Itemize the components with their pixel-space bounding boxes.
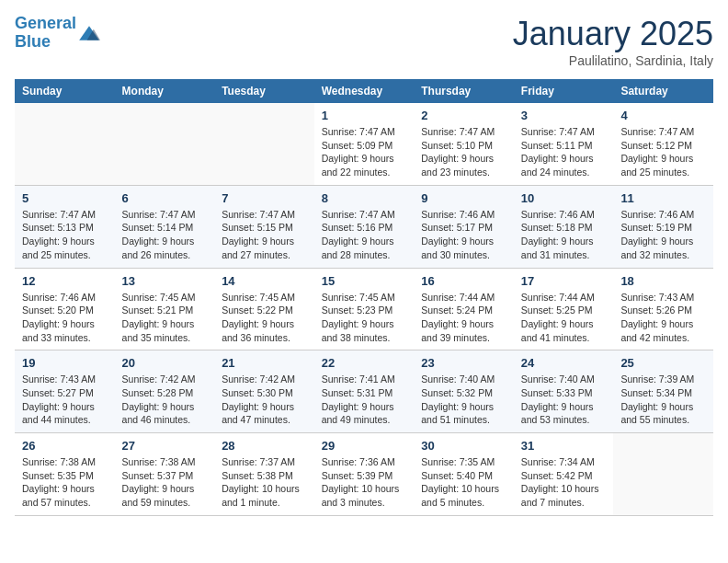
calendar-day-cell: 4Sunrise: 7:47 AM Sunset: 5:12 PM Daylig… xyxy=(613,103,713,185)
calendar-day-cell: 10Sunrise: 7:46 AM Sunset: 5:18 PM Dayli… xyxy=(514,185,614,268)
day-info: Sunrise: 7:41 AM Sunset: 5:31 PM Dayligh… xyxy=(322,373,407,427)
day-number: 6 xyxy=(122,191,208,205)
day-number: 22 xyxy=(322,356,407,370)
calendar-day-cell: 20Sunrise: 7:42 AM Sunset: 5:28 PM Dayli… xyxy=(115,350,215,433)
day-info: Sunrise: 7:44 AM Sunset: 5:25 PM Dayligh… xyxy=(521,291,607,345)
logo-line1: General xyxy=(15,14,76,32)
day-info: Sunrise: 7:37 AM Sunset: 5:38 PM Dayligh… xyxy=(222,455,307,510)
day-number: 5 xyxy=(22,191,108,205)
weekday-header: Sunday xyxy=(15,79,115,103)
weekday-header: Tuesday xyxy=(214,79,314,103)
day-number: 7 xyxy=(222,191,307,205)
day-info: Sunrise: 7:39 AM Sunset: 5:34 PM Dayligh… xyxy=(620,373,706,427)
weekday-header: Thursday xyxy=(414,79,514,103)
calendar-day-cell: 19Sunrise: 7:43 AM Sunset: 5:27 PM Dayli… xyxy=(15,350,115,433)
calendar-day-cell: 24Sunrise: 7:40 AM Sunset: 5:33 PM Dayli… xyxy=(514,350,614,433)
calendar-day-cell xyxy=(115,103,215,185)
calendar-week-row: 5Sunrise: 7:47 AM Sunset: 5:13 PM Daylig… xyxy=(15,185,713,268)
calendar-day-cell: 17Sunrise: 7:44 AM Sunset: 5:25 PM Dayli… xyxy=(514,268,614,350)
day-number: 29 xyxy=(322,439,407,453)
day-info: Sunrise: 7:43 AM Sunset: 5:26 PM Dayligh… xyxy=(620,291,706,345)
logo-line2: Blue xyxy=(15,32,51,51)
day-number: 18 xyxy=(620,274,706,288)
day-info: Sunrise: 7:38 AM Sunset: 5:35 PM Dayligh… xyxy=(22,455,108,510)
calendar-day-cell: 29Sunrise: 7:36 AM Sunset: 5:39 PM Dayli… xyxy=(314,433,415,516)
day-number: 19 xyxy=(22,356,108,370)
day-number: 28 xyxy=(222,439,307,453)
day-info: Sunrise: 7:44 AM Sunset: 5:24 PM Dayligh… xyxy=(421,291,506,345)
calendar-day-cell: 21Sunrise: 7:42 AM Sunset: 5:30 PM Dayli… xyxy=(214,350,314,433)
calendar-day-cell: 2Sunrise: 7:47 AM Sunset: 5:10 PM Daylig… xyxy=(414,103,514,185)
day-number: 17 xyxy=(521,274,607,288)
day-info: Sunrise: 7:47 AM Sunset: 5:09 PM Dayligh… xyxy=(322,125,407,179)
day-number: 14 xyxy=(222,274,307,288)
day-info: Sunrise: 7:47 AM Sunset: 5:12 PM Dayligh… xyxy=(620,125,706,179)
calendar-day-cell: 22Sunrise: 7:41 AM Sunset: 5:31 PM Dayli… xyxy=(314,350,415,433)
day-number: 24 xyxy=(521,356,607,370)
month-title: January 2025 xyxy=(513,15,713,53)
day-number: 12 xyxy=(22,274,108,288)
day-number: 20 xyxy=(122,356,208,370)
day-info: Sunrise: 7:45 AM Sunset: 5:22 PM Dayligh… xyxy=(222,291,307,345)
day-info: Sunrise: 7:47 AM Sunset: 5:11 PM Dayligh… xyxy=(521,125,607,179)
day-number: 16 xyxy=(421,274,506,288)
day-info: Sunrise: 7:34 AM Sunset: 5:42 PM Dayligh… xyxy=(521,455,607,510)
day-info: Sunrise: 7:46 AM Sunset: 5:20 PM Dayligh… xyxy=(22,291,108,345)
calendar-week-row: 19Sunrise: 7:43 AM Sunset: 5:27 PM Dayli… xyxy=(15,350,713,433)
day-info: Sunrise: 7:46 AM Sunset: 5:18 PM Dayligh… xyxy=(521,208,607,262)
calendar-day-cell: 11Sunrise: 7:46 AM Sunset: 5:19 PM Dayli… xyxy=(613,185,713,268)
location-subtitle: Paulilatino, Sardinia, Italy xyxy=(513,53,713,68)
calendar-day-cell: 14Sunrise: 7:45 AM Sunset: 5:22 PM Dayli… xyxy=(214,268,314,350)
day-info: Sunrise: 7:45 AM Sunset: 5:21 PM Dayligh… xyxy=(122,291,208,345)
calendar-week-row: 26Sunrise: 7:38 AM Sunset: 5:35 PM Dayli… xyxy=(15,433,713,516)
calendar-header-row: SundayMondayTuesdayWednesdayThursdayFrid… xyxy=(15,79,713,103)
weekday-header: Monday xyxy=(115,79,215,103)
calendar-day-cell: 1Sunrise: 7:47 AM Sunset: 5:09 PM Daylig… xyxy=(314,103,415,185)
day-number: 2 xyxy=(421,109,506,122)
day-number: 13 xyxy=(122,274,208,288)
day-info: Sunrise: 7:46 AM Sunset: 5:17 PM Dayligh… xyxy=(421,208,506,262)
day-info: Sunrise: 7:45 AM Sunset: 5:23 PM Dayligh… xyxy=(322,291,407,345)
day-number: 8 xyxy=(322,191,407,205)
day-number: 3 xyxy=(521,109,607,122)
weekday-header: Saturday xyxy=(613,79,713,103)
calendar-day-cell: 30Sunrise: 7:35 AM Sunset: 5:40 PM Dayli… xyxy=(414,433,514,516)
day-number: 11 xyxy=(620,191,706,205)
calendar-day-cell: 26Sunrise: 7:38 AM Sunset: 5:35 PM Dayli… xyxy=(15,433,115,516)
day-number: 15 xyxy=(322,274,407,288)
day-info: Sunrise: 7:47 AM Sunset: 5:10 PM Dayligh… xyxy=(421,125,506,179)
calendar-day-cell: 18Sunrise: 7:43 AM Sunset: 5:26 PM Dayli… xyxy=(613,268,713,350)
day-info: Sunrise: 7:42 AM Sunset: 5:28 PM Dayligh… xyxy=(122,373,208,427)
calendar-table: SundayMondayTuesdayWednesdayThursdayFrid… xyxy=(15,79,713,516)
calendar-day-cell: 7Sunrise: 7:47 AM Sunset: 5:15 PM Daylig… xyxy=(214,185,314,268)
day-number: 30 xyxy=(421,439,506,453)
day-info: Sunrise: 7:43 AM Sunset: 5:27 PM Dayligh… xyxy=(22,373,108,427)
calendar-week-row: 12Sunrise: 7:46 AM Sunset: 5:20 PM Dayli… xyxy=(15,268,713,350)
calendar-day-cell: 13Sunrise: 7:45 AM Sunset: 5:21 PM Dayli… xyxy=(115,268,215,350)
day-number: 1 xyxy=(322,109,407,122)
calendar-day-cell: 9Sunrise: 7:46 AM Sunset: 5:17 PM Daylig… xyxy=(414,185,514,268)
day-info: Sunrise: 7:47 AM Sunset: 5:13 PM Dayligh… xyxy=(22,208,108,262)
day-number: 23 xyxy=(421,356,506,370)
day-info: Sunrise: 7:40 AM Sunset: 5:33 PM Dayligh… xyxy=(521,373,607,427)
calendar-day-cell xyxy=(214,103,314,185)
day-info: Sunrise: 7:47 AM Sunset: 5:15 PM Dayligh… xyxy=(222,208,307,262)
calendar-week-row: 1Sunrise: 7:47 AM Sunset: 5:09 PM Daylig… xyxy=(15,103,713,185)
day-number: 4 xyxy=(620,109,706,122)
weekday-header: Wednesday xyxy=(314,79,415,103)
day-info: Sunrise: 7:38 AM Sunset: 5:37 PM Dayligh… xyxy=(122,455,208,510)
day-number: 9 xyxy=(421,191,506,205)
calendar-day-cell xyxy=(15,103,115,185)
calendar-day-cell: 28Sunrise: 7:37 AM Sunset: 5:38 PM Dayli… xyxy=(214,433,314,516)
day-number: 21 xyxy=(222,356,307,370)
day-info: Sunrise: 7:35 AM Sunset: 5:40 PM Dayligh… xyxy=(421,455,506,510)
day-number: 10 xyxy=(521,191,607,205)
calendar-day-cell: 16Sunrise: 7:44 AM Sunset: 5:24 PM Dayli… xyxy=(414,268,514,350)
calendar-day-cell xyxy=(613,433,713,516)
day-number: 31 xyxy=(521,439,607,453)
calendar-day-cell: 6Sunrise: 7:47 AM Sunset: 5:14 PM Daylig… xyxy=(115,185,215,268)
day-info: Sunrise: 7:42 AM Sunset: 5:30 PM Dayligh… xyxy=(222,373,307,427)
day-number: 27 xyxy=(122,439,208,453)
day-info: Sunrise: 7:46 AM Sunset: 5:19 PM Dayligh… xyxy=(620,208,706,262)
day-number: 26 xyxy=(22,439,108,453)
